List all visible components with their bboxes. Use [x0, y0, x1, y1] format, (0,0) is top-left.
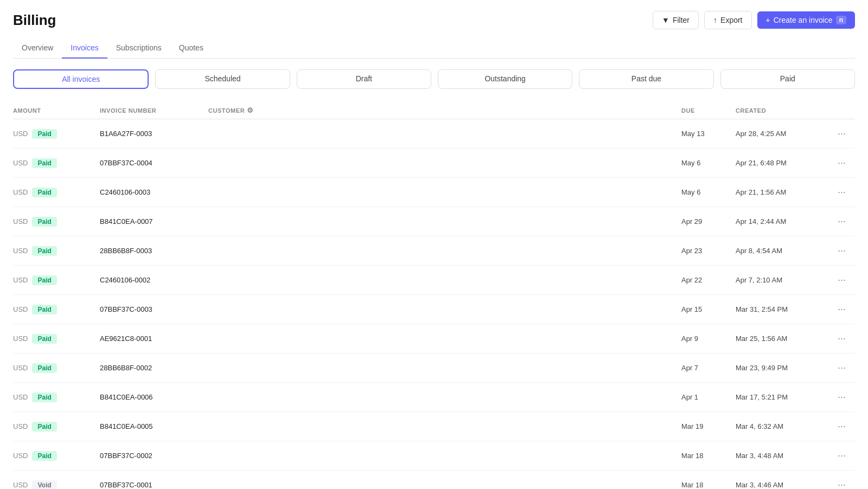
created-date: Apr 21, 1:56 AM [736, 188, 833, 196]
cell-amount: USD Paid [13, 363, 100, 373]
created-date: Mar 17, 5:21 PM [736, 393, 833, 401]
plus-icon: + [766, 16, 770, 24]
created-date: Apr 14, 2:44 AM [736, 217, 833, 226]
currency-label: USD [13, 130, 28, 138]
col-invoice-number: INVOICE NUMBER [100, 106, 208, 114]
currency-label: USD [13, 247, 28, 255]
col-due: DUE [681, 106, 736, 114]
page-title: Billing [13, 12, 56, 29]
customer-gear-icon[interactable]: ⚙ [247, 106, 254, 114]
table-row: USD Paid B841C0EA-0005 Mar 19 Mar 4, 6:3… [13, 412, 855, 441]
filter-past-due[interactable]: Past due [579, 69, 713, 89]
cell-amount: USD Paid [13, 305, 100, 314]
row-actions: ··· [833, 301, 855, 317]
due-date: May 6 [681, 188, 736, 196]
cell-amount: USD Paid [13, 275, 100, 285]
tab-overview[interactable]: Overview [13, 38, 62, 59]
row-more-button[interactable]: ··· [833, 184, 850, 200]
currency-label: USD [13, 452, 28, 460]
table-row: USD Paid AE9621C8-0001 Apr 9 Mar 25, 1:5… [13, 324, 855, 353]
created-date: Apr 28, 4:25 AM [736, 130, 833, 138]
table-row: USD Paid 28BB6B8F-0003 Apr 23 Apr 8, 4:5… [13, 236, 855, 266]
invoice-number: 07BBF37C-0003 [100, 305, 208, 313]
row-more-button[interactable]: ··· [833, 214, 850, 229]
filter-button[interactable]: ▼ Filter [653, 11, 699, 29]
currency-label: USD [13, 393, 28, 401]
created-date: Mar 23, 9:49 PM [736, 364, 833, 372]
table-row: USD Paid B841C0EA-0006 Apr 1 Mar 17, 5:2… [13, 383, 855, 412]
filter-draft[interactable]: Draft [297, 69, 431, 89]
table-row: USD Paid 28BB6B8F-0002 Apr 7 Mar 23, 9:4… [13, 353, 855, 383]
filter-outstanding[interactable]: Outstanding [438, 69, 572, 89]
due-date: Mar 18 [681, 481, 736, 489]
due-date: Apr 15 [681, 305, 736, 313]
table-row: USD Paid B841C0EA-0007 Apr 29 Apr 14, 2:… [13, 207, 855, 236]
currency-label: USD [13, 217, 28, 226]
create-invoice-badge: n [836, 16, 846, 24]
row-actions: ··· [833, 184, 855, 200]
status-badge: Paid [32, 246, 56, 256]
row-more-button[interactable]: ··· [833, 155, 850, 171]
table-header: AMOUNT INVOICE NUMBER CUSTOMER ⚙ DUE CRE… [13, 102, 855, 119]
currency-label: USD [13, 481, 28, 489]
status-badge: Paid [32, 363, 56, 373]
due-date: Apr 23 [681, 247, 736, 255]
row-actions: ··· [833, 243, 855, 259]
created-date: Apr 21, 6:48 PM [736, 159, 833, 167]
filter-paid[interactable]: Paid [720, 69, 855, 89]
cell-amount: USD Void [13, 480, 100, 490]
row-actions: ··· [833, 214, 855, 229]
table-row: USD Paid C2460106-0003 May 6 Apr 21, 1:5… [13, 178, 855, 207]
table-row: USD Paid 07BBF37C-0004 May 6 Apr 21, 6:4… [13, 149, 855, 178]
row-more-button[interactable]: ··· [833, 419, 850, 434]
row-actions: ··· [833, 331, 855, 346]
row-actions: ··· [833, 477, 855, 489]
due-date: May 6 [681, 159, 736, 167]
row-more-button[interactable]: ··· [833, 389, 850, 405]
cell-amount: USD Paid [13, 334, 100, 344]
row-more-button[interactable]: ··· [833, 301, 850, 317]
status-badge: Paid [32, 129, 56, 139]
row-more-button[interactable]: ··· [833, 448, 850, 464]
status-badge: Paid [32, 275, 56, 285]
invoice-number: 28BB6B8F-0002 [100, 364, 208, 372]
created-date: Mar 31, 2:54 PM [736, 305, 833, 313]
export-button[interactable]: ↑ Export [704, 11, 751, 29]
create-invoice-label: Create an invoice [774, 16, 833, 24]
col-customer: CUSTOMER ⚙ [208, 106, 681, 114]
filter-all-invoices[interactable]: All invoices [13, 69, 149, 89]
status-badge: Paid [32, 158, 56, 168]
table-row: USD Paid 07BBF37C-0003 Apr 15 Mar 31, 2:… [13, 295, 855, 324]
table-row: USD Paid B1A6A27F-0003 May 13 Apr 28, 4:… [13, 119, 855, 149]
currency-label: USD [13, 188, 28, 196]
create-invoice-button[interactable]: + Create an invoice n [757, 11, 855, 29]
tab-quotes[interactable]: Quotes [170, 38, 212, 59]
row-more-button[interactable]: ··· [833, 126, 850, 141]
due-date: Apr 9 [681, 334, 736, 343]
status-badge: Paid [32, 393, 56, 402]
row-more-button[interactable]: ··· [833, 331, 850, 346]
currency-label: USD [13, 422, 28, 430]
created-date: Apr 8, 4:54 AM [736, 247, 833, 255]
invoice-number: B841C0EA-0005 [100, 422, 208, 430]
due-date: Apr 22 [681, 276, 736, 284]
export-icon: ↑ [713, 16, 717, 24]
status-badge: Paid [32, 334, 56, 344]
row-more-button[interactable]: ··· [833, 477, 850, 489]
due-date: Apr 29 [681, 217, 736, 226]
tab-invoices[interactable]: Invoices [62, 38, 107, 59]
tab-subscriptions[interactable]: Subscriptions [107, 38, 170, 59]
row-more-button[interactable]: ··· [833, 272, 850, 288]
invoice-number: B841C0EA-0006 [100, 393, 208, 401]
filter-scheduled[interactable]: Scheduled [155, 69, 290, 89]
created-date: Mar 3, 4:48 AM [736, 452, 833, 460]
col-amount: AMOUNT [13, 106, 100, 114]
row-more-button[interactable]: ··· [833, 360, 850, 376]
row-more-button[interactable]: ··· [833, 243, 850, 259]
created-date: Mar 25, 1:56 AM [736, 334, 833, 343]
status-badge: Paid [32, 188, 56, 197]
currency-label: USD [13, 364, 28, 372]
cell-amount: USD Paid [13, 393, 100, 402]
invoice-number: 28BB6B8F-0003 [100, 247, 208, 255]
col-created: CREATED [736, 106, 833, 114]
